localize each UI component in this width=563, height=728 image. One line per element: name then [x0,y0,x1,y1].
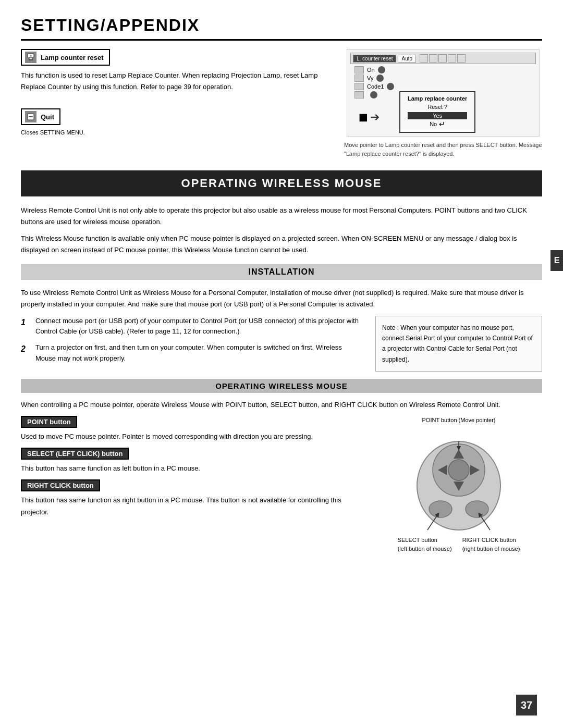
point-button-label: POINT button [27,418,71,426]
right-caption-sublabel: (right button of mouse) [462,545,520,554]
menu-arrow-row: ▮▮ ➔ Lamp replace counter Reset ? Yes No… [359,102,536,133]
lamp-description: This function is used to reset Lamp Repl… [21,70,334,93]
menu-row-1: On [354,66,536,73]
quit-label: Quit [41,113,54,121]
installation-header: INSTALLATION [21,264,542,280]
step-1: 1 Connect mouse port (or USB port) of yo… [21,316,363,338]
menu-bar-label: L. counter reset [353,55,396,63]
row1-label: On [367,67,375,73]
page-title: SETTING/APPENDIX [21,16,542,41]
step-2-number: 2 [21,342,30,364]
lamp-replace-no: No [430,121,437,127]
bottom-left: POINT button Used to move PC mouse point… [21,416,363,554]
lamp-replace-reset: Reset ? [408,104,467,110]
menu-rows: On Vy Code1 [354,66,536,133]
row4-dot [370,91,377,98]
page-number: 37 [516,695,537,715]
return-icon: ↵ [439,120,445,128]
menu-icon-1 [420,54,428,63]
menu-icon-2 [429,54,437,63]
select-caption-sublabel: (left button of mouse) [398,545,452,554]
quit-description: Closes SETTING MENU. [21,128,334,138]
row3-icon [354,83,364,90]
point-button-desc: Used to move PC mouse pointer. Pointer i… [21,431,363,442]
select-button-desc: This button has same function as left bu… [21,463,363,474]
select-caption: SELECT button (left button of mouse) [398,536,452,554]
operating-intro: When controlling a PC mouse pointer, ope… [21,399,542,411]
select-caption-label: SELECT button [398,536,452,545]
right-caption: RIGHT CLICK button (right button of mous… [462,536,520,554]
step-2: 2 Turn a projector on first, and then tu… [21,342,363,364]
svg-rect-2 [29,59,33,60]
menu-top-bar: L. counter reset Auto [350,53,536,64]
lamp-section: Lamp counter reset This function is used… [21,49,542,158]
installation-note: Note : When your computer has no mouse p… [375,316,542,372]
menu-image-caption: Move pointer to Lamp counter reset and t… [344,141,542,158]
svg-point-3 [30,55,32,57]
row2-icon [354,75,364,82]
right-caption-label: RIGHT CLICK button [462,536,520,545]
svg-point-14 [466,501,488,517]
lamp-replace-box: Lamp replace counter Reset ? Yes No ↵ [399,91,475,133]
lamp-counter-label: Lamp counter reset [41,54,104,61]
row2-dot [376,75,384,82]
step-2-text: Turn a projector on first, and then turn… [35,342,363,364]
lamp-replace-yes: Yes [408,112,467,119]
e-tab: E [550,250,563,271]
right-click-label: RIGHT CLICK button [27,482,94,489]
menu-row-3: Code1 [354,83,536,90]
installation-two-col: 1 Connect mouse port (or USB port) of yo… [21,316,542,372]
pause-icon: ▮▮ [359,112,366,123]
lamp-replace-title: Lamp replace counter [408,95,467,102]
installation-steps: 1 Connect mouse port (or USB port) of yo… [21,316,363,372]
menu-icon-3 [438,54,447,63]
lamp-icon [25,52,36,63]
remote-svg [386,428,532,533]
bottom-section: POINT button Used to move PC mouse point… [21,416,542,554]
select-button-box: SELECT (LEFT CLICK) button [21,448,129,460]
svg-rect-1 [29,58,32,59]
select-button-label: SELECT (LEFT CLICK) button [27,450,123,458]
menu-image: L. counter reset Auto On [347,49,540,137]
row1-icon [354,66,364,73]
operating-subheader: OPERATING WIRELESS MOUSE [21,379,542,393]
arrow-right-icon: ➔ [370,110,380,124]
step-1-number: 1 [21,316,30,338]
installation-note-text: Note : When your computer has no mouse p… [382,324,533,363]
svg-point-13 [429,501,452,517]
row3-label: Code1 [367,83,384,90]
row4-icon [354,91,364,98]
quit-label-box: Quit [21,108,60,125]
svg-point-12 [448,460,469,480]
menu-icon-5 [457,54,466,63]
wireless-intro-1: Wireless Remote Control Unit is not only… [21,205,542,228]
wireless-mouse-header: OPERATING WIRELESS MOUSE [21,170,542,196]
lamp-right: L. counter reset Auto On [344,49,542,158]
right-click-desc: This button has same function as right b… [21,495,363,517]
bottom-right: POINT button (Move pointer) [375,416,542,554]
menu-row-2: Vy [354,75,536,82]
point-button-box: POINT button [21,416,77,428]
wireless-intro-2: This Wireless Mouse function is availabl… [21,233,542,256]
point-label: POINT button (Move pointer) [422,416,495,425]
page-container: SETTING/APPENDIX Lamp counter reset This… [0,0,563,728]
menu-icon-4 [448,54,456,63]
row2-label: Vy [367,75,373,81]
lamp-counter-label-box: Lamp counter reset [21,49,110,66]
menu-bar-option: Auto [398,55,416,63]
row1-dot [378,66,385,73]
caption-below: SELECT button (left button of mouse) RIG… [398,536,520,554]
right-click-box: RIGHT CLICK button [21,479,100,491]
lamp-left: Lamp counter reset This function is used… [21,49,334,158]
quit-icon [25,111,36,122]
installation-description: To use Wireless Remote Control Unit as W… [21,287,542,310]
step-1-text: Connect mouse port (or USB port) of your… [35,316,363,338]
row3-dot [387,83,394,90]
